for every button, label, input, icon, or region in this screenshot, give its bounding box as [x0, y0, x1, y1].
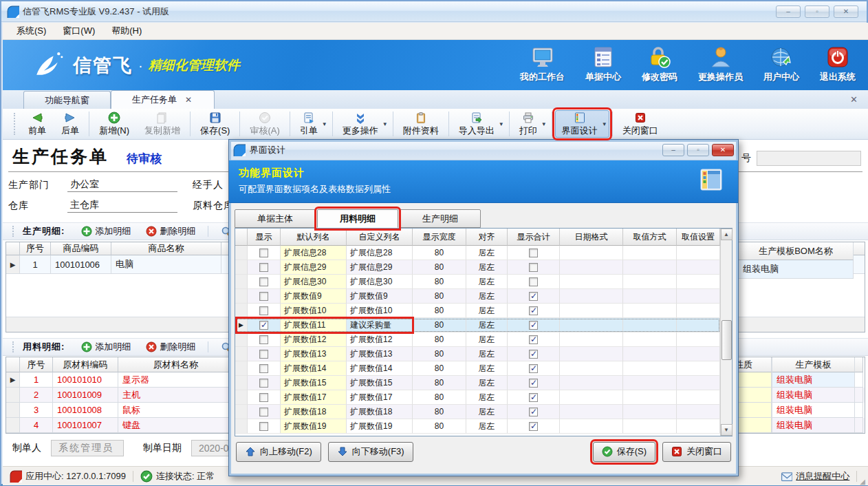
- sum-checkbox-unchecked[interactable]: [529, 277, 538, 286]
- sum-checkbox-checked[interactable]: [529, 393, 538, 402]
- show-checkbox-unchecked[interactable]: [259, 277, 268, 286]
- custom-name-cell[interactable]: 扩展信息28: [347, 246, 413, 260]
- custom-name-cell[interactable]: 扩展数值19: [347, 419, 413, 434]
- width-cell[interactable]: 80: [413, 332, 466, 347]
- show-checkbox-unchecked[interactable]: [259, 249, 268, 257]
- align-cell[interactable]: 居左: [466, 347, 508, 361]
- maximize-button[interactable]: ▫: [805, 6, 829, 18]
- value-setting-cell[interactable]: [677, 332, 720, 347]
- tab-功能导航窗[interactable]: 功能导航窗: [23, 91, 111, 109]
- show-checkbox-unchecked[interactable]: [259, 292, 268, 301]
- grid-column-header-默认列名[interactable]: 默认列名: [281, 229, 347, 246]
- align-cell[interactable]: 居左: [466, 361, 508, 376]
- menu-item[interactable]: 帮助(H): [105, 23, 149, 39]
- sum-checkbox-cell[interactable]: [508, 332, 560, 347]
- custom-name-cell[interactable]: 扩展数值14: [347, 361, 413, 376]
- sum-checkbox-cell[interactable]: [508, 390, 560, 405]
- default-name-cell[interactable]: 扩展数值11: [281, 318, 347, 332]
- value-method-cell[interactable]: [623, 347, 677, 361]
- grid-row-扩展数值14[interactable]: 扩展数值14扩展数值1480居左: [235, 361, 720, 376]
- default-name-cell[interactable]: 扩展数值13: [281, 347, 347, 361]
- toolbar-button-前单[interactable]: 前单: [21, 110, 53, 138]
- value-setting-cell[interactable]: [677, 419, 720, 434]
- date-format-cell[interactable]: [560, 260, 623, 275]
- tabstrip-close-icon[interactable]: ✕: [847, 93, 861, 106]
- sum-checkbox-cell[interactable]: [508, 347, 560, 361]
- value-setting-cell[interactable]: [677, 275, 720, 289]
- value-setting-cell[interactable]: [677, 390, 720, 405]
- grid-column-header-取值设置[interactable]: 取值设置: [677, 229, 720, 246]
- section-button-删除明细[interactable]: 删除明细: [140, 339, 201, 355]
- width-cell[interactable]: 80: [413, 275, 466, 289]
- show-checkbox-cell[interactable]: [248, 304, 281, 318]
- grid-row-扩展数值15[interactable]: 扩展数值15扩展数值1580居左: [235, 376, 720, 390]
- scroll-up-arrow-icon[interactable]: ▲: [721, 229, 733, 240]
- toolbar-button-更多操作[interactable]: 更多操作▼: [336, 110, 390, 138]
- value-setting-cell[interactable]: [677, 318, 720, 332]
- sum-checkbox-cell[interactable]: [508, 419, 560, 434]
- show-checkbox-cell[interactable]: [248, 361, 281, 376]
- width-cell[interactable]: 80: [413, 289, 466, 304]
- custom-name-cell[interactable]: 扩展数值10: [347, 304, 413, 318]
- sum-checkbox-checked[interactable]: [529, 408, 538, 416]
- default-name-cell[interactable]: 扩展数值15: [281, 376, 347, 390]
- custom-name-cell[interactable]: 扩展信息29: [347, 260, 413, 275]
- default-name-cell[interactable]: 扩展数值14: [281, 361, 347, 376]
- align-cell[interactable]: 居左: [466, 246, 508, 260]
- default-name-cell[interactable]: 扩展数值17: [281, 390, 347, 405]
- align-cell[interactable]: 居左: [466, 275, 508, 289]
- show-checkbox-cell[interactable]: [248, 260, 281, 275]
- grid-column-header-取值方式[interactable]: 取值方式: [623, 229, 677, 246]
- show-checkbox-cell[interactable]: [248, 246, 281, 260]
- grid-row-扩展数值12[interactable]: 扩展数值12扩展数值1280居左: [235, 332, 720, 347]
- value-method-cell[interactable]: [623, 419, 677, 434]
- date-format-cell[interactable]: [560, 318, 623, 332]
- date-format-cell[interactable]: [560, 419, 623, 434]
- dialog-maximize-button[interactable]: ▫: [687, 144, 709, 156]
- value-method-cell[interactable]: [623, 318, 677, 332]
- close-button[interactable]: ✕: [834, 6, 858, 18]
- dropdown-arrow-icon[interactable]: ▼: [382, 121, 388, 127]
- align-cell[interactable]: 居左: [466, 332, 508, 347]
- show-checkbox-unchecked[interactable]: [259, 350, 268, 359]
- dialog-button-保存(S)[interactable]: 保存(S): [593, 442, 655, 462]
- width-cell[interactable]: 80: [413, 304, 466, 318]
- value-method-cell[interactable]: [623, 376, 677, 390]
- show-checkbox-cell[interactable]: [248, 275, 281, 289]
- align-cell[interactable]: 居左: [466, 260, 508, 275]
- value-setting-cell[interactable]: [677, 304, 720, 318]
- custom-name-cell[interactable]: 扩展数值9: [347, 289, 413, 304]
- toolbar-button-引单[interactable]: 引单▼: [293, 110, 329, 138]
- width-cell[interactable]: 80: [413, 318, 466, 332]
- default-name-cell[interactable]: 扩展数值10: [281, 304, 347, 318]
- grid-row-扩展数值18[interactable]: 扩展数值18扩展数值1880居左: [235, 405, 720, 419]
- default-name-cell[interactable]: 扩展信息30: [281, 275, 347, 289]
- menu-item[interactable]: 系统(S): [10, 23, 53, 39]
- date-format-cell[interactable]: [560, 361, 623, 376]
- grid-row-扩展信息29[interactable]: 扩展信息29扩展信息2980居左: [235, 260, 720, 275]
- default-name-cell[interactable]: 扩展数值9: [281, 289, 347, 304]
- menu-item[interactable]: 窗口(W): [56, 23, 102, 39]
- align-cell[interactable]: 居左: [466, 390, 508, 405]
- toolbar-button-保存(S)[interactable]: 保存(S): [193, 110, 237, 138]
- grid-row-扩展数值9[interactable]: 扩展数值9扩展数值980居左: [235, 289, 720, 304]
- grid-column-header-显示宽度[interactable]: 显示宽度: [413, 229, 466, 246]
- value-setting-cell[interactable]: [677, 347, 720, 361]
- dialog-tab-生产明细[interactable]: 生产明细: [400, 209, 481, 228]
- toolbar-button-界面设计[interactable]: 界面设计▼: [555, 110, 609, 138]
- toolbar-button-后单[interactable]: 后单: [54, 110, 86, 138]
- message-center-link[interactable]: 消息提醒中心: [796, 470, 849, 483]
- dept-field[interactable]: 办公室: [67, 178, 177, 192]
- align-cell[interactable]: 居左: [466, 405, 508, 419]
- date-format-cell[interactable]: [560, 304, 623, 318]
- show-checkbox-cell[interactable]: [248, 405, 281, 419]
- sum-checkbox-cell[interactable]: [508, 376, 560, 390]
- date-format-cell[interactable]: [560, 289, 623, 304]
- width-cell[interactable]: 80: [413, 246, 466, 260]
- sum-checkbox-checked[interactable]: [529, 379, 538, 388]
- column-header-序号[interactable]: 序号: [20, 242, 51, 255]
- doc-number-field[interactable]: [757, 151, 861, 166]
- default-name-cell[interactable]: 扩展信息29: [281, 260, 347, 275]
- value-method-cell[interactable]: [623, 390, 677, 405]
- grid-column-header-对齐[interactable]: 对齐: [466, 229, 508, 246]
